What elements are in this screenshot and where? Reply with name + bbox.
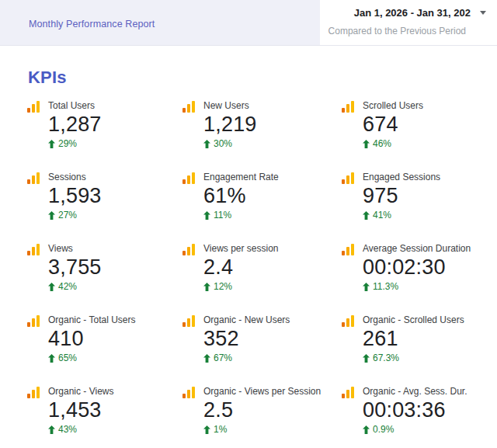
arrow-up-icon — [203, 425, 210, 434]
bar-chart-icon — [27, 386, 40, 399]
arrow-up-icon — [363, 140, 370, 148]
arrow-up-icon — [203, 354, 210, 363]
kpi-value: 00:02:30 — [363, 255, 471, 279]
kpi-label: Views — [48, 242, 102, 255]
kpi-delta: 11% — [203, 210, 279, 221]
kpi-label: Engaged Sessions — [363, 171, 440, 183]
kpi-delta-value: 27% — [58, 210, 77, 221]
kpi-scorecard: Organic - Views 1,453 43% — [27, 385, 182, 448]
kpi-delta: 11.3% — [363, 281, 471, 292]
kpi-content: Engaged Sessions 975 41% — [363, 171, 440, 221]
kpi-content: Total Users 1,287 29% — [48, 99, 102, 149]
kpi-label: Views per session — [203, 242, 279, 255]
kpi-value: 61% — [203, 184, 279, 207]
kpi-scorecard: New Users 1,219 30% — [182, 99, 342, 171]
kpi-label: Sessions — [48, 171, 102, 183]
arrow-up-icon — [363, 425, 370, 434]
section-title-kpis: KPIs — [28, 68, 497, 88]
bar-chart-icon — [27, 100, 40, 113]
kpi-value: 352 — [203, 327, 290, 350]
kpi-delta: 30% — [203, 138, 257, 149]
kpi-content: Views per session 2.4 12% — [203, 242, 279, 292]
kpi-label: Engagement Rate — [203, 171, 279, 183]
arrow-up-icon — [48, 425, 55, 434]
kpi-label: Organic - Total Users — [48, 314, 135, 326]
report-title: Monthly Performance Report — [29, 19, 155, 30]
arrow-up-icon — [48, 283, 55, 291]
kpi-delta-value: 30% — [214, 138, 232, 149]
bar-chart-icon — [342, 243, 355, 256]
arrow-up-icon — [203, 140, 210, 148]
kpi-delta: 67% — [203, 352, 290, 363]
kpi-scorecard: Views per session 2.4 12% — [182, 242, 342, 314]
kpi-scorecard: Organic - Views per Session 2.5 1% — [182, 385, 342, 448]
kpi-content: Organic - Avg. Sess. Dur. 00:03:36 0.9% — [363, 385, 467, 435]
kpi-delta-value: 1% — [214, 424, 227, 435]
bar-chart-icon — [342, 172, 355, 185]
kpi-value: 1,219 — [203, 113, 257, 136]
kpi-delta-value: 67% — [214, 352, 232, 363]
kpi-delta: 46% — [363, 138, 423, 149]
date-range-selector[interactable]: Jan 1, 2026 - Jan 31, 202 — [320, 7, 486, 19]
bar-chart-icon — [182, 100, 196, 113]
kpi-value: 2.5 — [203, 398, 321, 422]
comparison-period-label: Compared to the Previous Period — [320, 26, 486, 36]
kpi-value: 674 — [363, 113, 423, 136]
bar-chart-icon — [182, 386, 196, 399]
kpi-value: 00:03:36 — [363, 398, 467, 422]
bar-chart-icon — [342, 314, 355, 328]
kpi-delta-value: 65% — [58, 352, 77, 363]
kpi-delta-value: 11% — [214, 210, 231, 221]
kpi-delta: 0.9% — [363, 424, 467, 435]
kpi-scorecard: Average Session Duration 00:02:30 11.3% — [342, 242, 497, 314]
kpi-label: New Users — [203, 99, 257, 112]
kpi-scorecard: Organic - Scrolled Users 261 67.3% — [342, 314, 497, 385]
kpi-label: Total Users — [48, 99, 102, 112]
kpi-delta: 43% — [48, 424, 113, 435]
kpi-delta-value: 12% — [214, 281, 232, 292]
kpi-delta: 27% — [48, 210, 102, 221]
kpi-content: Sessions 1,593 27% — [48, 171, 102, 221]
kpi-scorecard: Scrolled Users 674 46% — [342, 99, 497, 171]
kpi-scorecard: Sessions 1,593 27% — [27, 171, 182, 242]
arrow-up-icon — [363, 354, 370, 363]
bar-chart-icon — [27, 243, 40, 256]
kpi-scorecard: Organic - New Users 352 67% — [182, 314, 342, 385]
date-range-label: Jan 1, 2026 - Jan 31, 202 — [354, 7, 471, 19]
kpi-label: Scrolled Users — [363, 99, 423, 112]
kpi-label: Organic - Avg. Sess. Dur. — [363, 385, 467, 398]
arrow-up-icon — [203, 211, 210, 220]
kpi-scorecard: Organic - Total Users 410 65% — [27, 314, 182, 385]
kpi-value: 410 — [48, 327, 135, 350]
kpi-content: Organic - Views per Session 2.5 1% — [203, 385, 321, 435]
bar-chart-icon — [182, 172, 196, 185]
kpi-value: 1,453 — [48, 398, 113, 422]
kpi-delta: 12% — [203, 281, 279, 292]
kpi-delta-value: 11.3% — [373, 281, 398, 292]
kpi-label: Average Session Duration — [363, 242, 471, 255]
date-range-panel: Jan 1, 2026 - Jan 31, 202 Compared to th… — [320, 0, 497, 45]
kpi-delta: 29% — [48, 138, 102, 149]
kpi-delta: 1% — [203, 424, 321, 435]
kpi-label: Organic - Views — [48, 385, 113, 398]
bar-chart-icon — [342, 386, 355, 399]
kpi-scorecard: Organic - Avg. Sess. Dur. 00:03:36 0.9% — [342, 385, 497, 448]
kpi-delta: 42% — [48, 281, 102, 292]
kpi-content: Average Session Duration 00:02:30 11.3% — [363, 242, 471, 292]
kpi-delta-value: 42% — [58, 281, 77, 292]
arrow-up-icon — [203, 283, 210, 291]
arrow-up-icon — [48, 354, 55, 363]
kpi-scorecard: Engaged Sessions 975 41% — [342, 171, 497, 242]
kpi-delta-value: 29% — [58, 138, 77, 149]
kpi-content: Organic - New Users 352 67% — [203, 314, 290, 363]
kpi-value: 3,755 — [48, 255, 102, 279]
kpi-delta: 65% — [48, 352, 135, 363]
kpi-delta-value: 46% — [373, 138, 391, 149]
kpi-label: Organic - New Users — [203, 314, 290, 326]
kpi-delta: 41% — [363, 210, 440, 221]
kpi-content: New Users 1,219 30% — [203, 99, 257, 149]
bar-chart-icon — [342, 100, 355, 113]
kpi-label: Organic - Scrolled Users — [363, 314, 464, 326]
arrow-up-icon — [48, 140, 55, 148]
kpi-delta-value: 41% — [373, 210, 391, 221]
